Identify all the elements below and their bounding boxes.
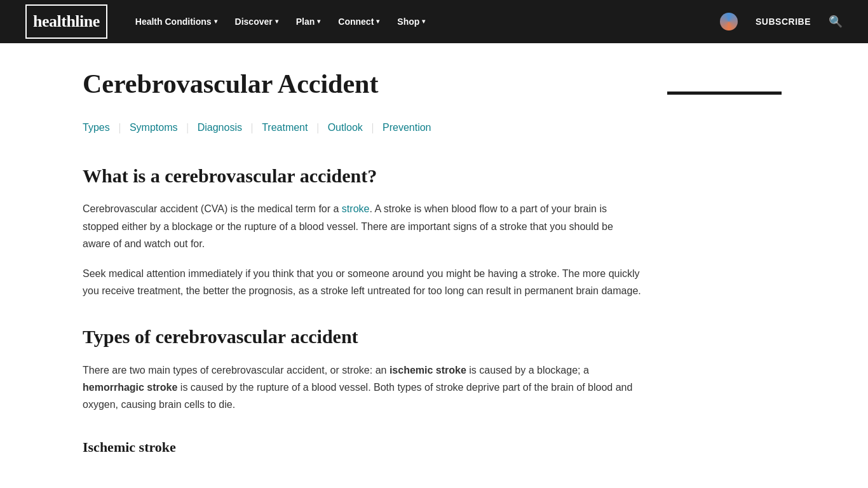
language-icon[interactable] (720, 13, 738, 30)
article-sidebar (667, 69, 807, 469)
nav-health-conditions[interactable]: Health Conditions ▾ (128, 10, 225, 34)
tab-types[interactable]: Types (83, 117, 110, 139)
nav-shop[interactable]: Shop ▾ (390, 10, 433, 34)
tab-sep-3: | (251, 119, 253, 136)
intro-paragraph-1: Cerebrovascular accident (CVA) is the me… (83, 200, 642, 252)
subsection-ischemic-heading: Ischemic stroke (83, 436, 642, 458)
section-types-heading: Types of cerebrovascular accident (83, 325, 642, 349)
nav-connect[interactable]: Connect ▾ (330, 10, 387, 34)
nav-discover[interactable]: Discover ▾ (227, 10, 286, 34)
stroke-link[interactable]: stroke (342, 203, 370, 214)
site-logo[interactable]: healthline (25, 4, 107, 39)
tab-sep-5: | (372, 119, 374, 136)
types-paragraph-1: There are two main types of cerebrovascu… (83, 362, 642, 414)
tab-sep-1: | (119, 119, 121, 136)
search-icon[interactable]: 🔍 (829, 13, 843, 31)
tab-sep-2: | (186, 119, 188, 136)
article-tab-nav: Types | Symptoms | Diagnosis | Treatment… (83, 117, 642, 139)
intro-paragraph-2: Seek medical attention immediately if yo… (83, 265, 642, 299)
tab-sep-4: | (316, 119, 318, 136)
article-main: Cerebrovascular Accident Types | Symptom… (83, 69, 642, 469)
chevron-down-icon: ▾ (422, 17, 425, 27)
site-header: healthline Health Conditions ▾ Discover … (0, 0, 868, 43)
tab-symptoms[interactable]: Symptoms (130, 117, 178, 139)
chevron-down-icon: ▾ (275, 17, 278, 27)
page-title: Cerebrovascular Accident (83, 69, 642, 99)
header-right: SUBSCRIBE 🔍 (720, 13, 843, 31)
tab-prevention[interactable]: Prevention (383, 117, 431, 139)
chevron-down-icon: ▾ (317, 17, 320, 27)
chevron-down-icon: ▾ (376, 17, 379, 27)
ischemic-stroke-term: ischemic stroke (390, 365, 466, 376)
content-wrapper: Cerebrovascular Accident Types | Symptom… (0, 43, 868, 488)
sidebar-divider (667, 92, 782, 95)
tab-treatment[interactable]: Treatment (262, 117, 308, 139)
tab-outlook[interactable]: Outlook (328, 117, 363, 139)
section-intro-heading: What is a cerebrovascular accident? (83, 164, 642, 188)
chevron-down-icon: ▾ (214, 17, 217, 27)
main-nav: Health Conditions ▾ Discover ▾ Plan ▾ Co… (128, 10, 700, 34)
subscribe-button[interactable]: SUBSCRIBE (748, 13, 818, 30)
nav-plan[interactable]: Plan ▾ (288, 10, 329, 34)
hemorrhagic-stroke-term: hemorrhagic stroke (83, 382, 177, 393)
tab-diagnosis[interactable]: Diagnosis (198, 117, 242, 139)
